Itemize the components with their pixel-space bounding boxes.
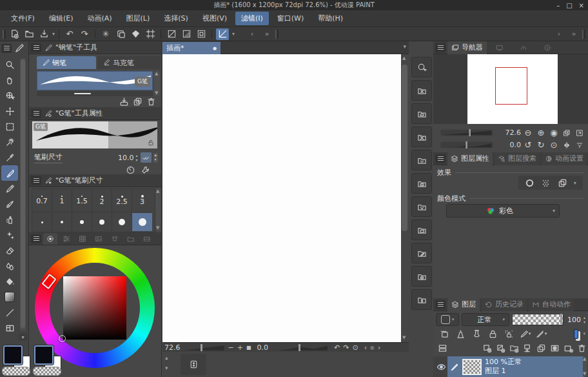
quick-access-tab[interactable]: [513, 42, 534, 54]
duplicate-subtool-icon[interactable]: [133, 97, 142, 107]
size-preset-1.5[interactable]: 1.5: [72, 189, 92, 212]
size-preset-2.5[interactable]: 2.5: [112, 189, 132, 212]
size-dot-1.5[interactable]: [72, 213, 92, 231]
brush-size-spinner[interactable]: ▴▾: [135, 154, 137, 162]
color-panel-menu[interactable]: [31, 234, 41, 243]
flip-vertical-button[interactable]: ›: [378, 343, 380, 352]
lock-layer-button[interactable]: [487, 329, 498, 339]
layer-property-menu[interactable]: [435, 154, 446, 163]
open-file-button[interactable]: [23, 28, 35, 40]
flip-reset-button[interactable]: ●: [370, 345, 375, 351]
flip-horizontal-button[interactable]: ‹: [364, 343, 367, 352]
canvas-rotation-value[interactable]: 0.0: [257, 343, 269, 352]
zoom-out-button[interactable]: −: [228, 343, 234, 352]
canvas-tab-list-button[interactable]: ▾: [403, 43, 406, 50]
sv-handle[interactable]: [59, 335, 66, 342]
color-wheel-tab[interactable]: [43, 233, 57, 245]
pen-tool[interactable]: [1, 165, 18, 181]
foreground-color-swatch[interactable]: [3, 345, 23, 365]
navigator-menu[interactable]: [435, 43, 446, 52]
size-preset-2[interactable]: 2: [92, 189, 112, 212]
toolbar-grip-3[interactable]: [582, 30, 585, 39]
menu-select[interactable]: 选择(S): [158, 12, 194, 25]
size-dot-3-selected[interactable]: [132, 213, 152, 231]
size-dot-1[interactable]: [52, 213, 72, 231]
material-folder-tone-button[interactable]: [411, 196, 432, 217]
opacity-value[interactable]: 100: [567, 316, 581, 324]
layer-mask-button[interactable]: [549, 343, 560, 353]
snap-ruler-button[interactable]: [216, 28, 229, 40]
layer-name[interactable]: 图层 1: [485, 367, 522, 376]
new-folder-button[interactable]: [509, 343, 519, 353]
material-folder-pose-button[interactable]: [411, 289, 432, 310]
lock-icon[interactable]: [147, 139, 155, 147]
layer-color-dropdown[interactable]: ▾: [574, 329, 585, 339]
navigator-view-rect[interactable]: [495, 67, 527, 105]
navigator-rotate-left[interactable]: ↺: [522, 139, 534, 151]
crop-button[interactable]: [144, 28, 157, 40]
save-dropdown[interactable]: ▾: [52, 31, 55, 37]
navigator-preview[interactable]: [433, 54, 588, 124]
selection-mode-3-button[interactable]: [195, 28, 208, 40]
border-effect-button[interactable]: [525, 178, 534, 188]
transparent-color-button-2[interactable]: [33, 367, 61, 376]
layer-scroll-up[interactable]: ▲: [583, 357, 586, 362]
menu-help[interactable]: 帮助(H): [312, 12, 349, 25]
new-file-button[interactable]: [8, 28, 21, 40]
rotate-right-button[interactable]: ↷: [343, 343, 349, 352]
brush-size-unit-button[interactable]: ●▾: [153, 153, 159, 163]
eraser-tool[interactable]: [1, 243, 18, 258]
register-subtool-icon[interactable]: [119, 97, 129, 107]
toolbar-more-button[interactable]: »: [260, 28, 273, 40]
navigator-flip-reset[interactable]: [574, 139, 585, 151]
material-folder-frame-button[interactable]: [411, 173, 432, 194]
size-preset-0.7[interactable]: 0.7: [32, 189, 52, 212]
navigator-rotation-value[interactable]: 0.0: [510, 141, 522, 149]
layers-tab[interactable]: 图层: [447, 298, 480, 311]
frame-border-tool[interactable]: [1, 320, 18, 336]
apply-mask-button[interactable]: [563, 343, 573, 353]
minimize-button[interactable]: –: [556, 2, 560, 9]
new-raster-layer-button[interactable]: [482, 343, 492, 353]
saturation-value-square[interactable]: [63, 276, 126, 340]
save-button[interactable]: [37, 28, 50, 40]
brush-size-indicator-button[interactable]: [141, 152, 152, 163]
menu-view[interactable]: 视图(V): [197, 12, 233, 25]
canvas-zoom-value[interactable]: 72.6: [164, 343, 181, 352]
material-folder-x1-button[interactable]: [411, 80, 432, 101]
new-vector-layer-button[interactable]: [495, 343, 505, 353]
zoom-fit-button[interactable]: ■: [246, 345, 251, 351]
selection-mode-1-button[interactable]: [165, 28, 178, 40]
tab-pen[interactable]: 钢笔: [37, 56, 96, 69]
canvas-zoom-slider[interactable]: [184, 344, 225, 351]
opacity-spinner[interactable]: ▴▾: [583, 316, 585, 324]
delete-layer-button[interactable]: [576, 343, 587, 353]
move-tool[interactable]: [1, 103, 18, 119]
toolbar-grip[interactable]: [3, 30, 6, 39]
tool-strip-menu[interactable]: [1, 44, 12, 53]
navigator-fit-screen[interactable]: [561, 127, 573, 139]
layer-visibility-toggle[interactable]: [435, 360, 447, 373]
size-preset-3[interactable]: 3: [132, 189, 152, 212]
tray-panel-button[interactable]: [181, 354, 206, 375]
airbrush-tool[interactable]: [1, 212, 18, 227]
gradient-tool[interactable]: [1, 289, 18, 305]
color-mixer-tab[interactable]: [140, 233, 154, 245]
canvas-document[interactable]: [162, 54, 401, 342]
navigator-zoom-slider[interactable]: [436, 129, 498, 136]
navigator-zoom-in[interactable]: ⊕: [535, 127, 547, 139]
selection-mode-2-button[interactable]: [180, 28, 193, 40]
navigator-actual-size[interactable]: [574, 127, 585, 139]
hand-tool[interactable]: [1, 72, 18, 88]
merge-down-button[interactable]: [536, 343, 546, 353]
subview-tab[interactable]: [489, 42, 511, 54]
zoom-in-button[interactable]: +: [237, 343, 243, 352]
navigator-zoom-value[interactable]: 72.6: [505, 128, 522, 137]
menu-animation[interactable]: 动画(A): [81, 12, 117, 25]
material-search-button[interactable]: [411, 57, 432, 77]
clip-to-layer-button[interactable]: [438, 329, 450, 339]
stroke-speed-icon[interactable]: [126, 165, 135, 175]
navigator-zoom-out[interactable]: ⊖: [522, 127, 534, 139]
subtool-scroll-up[interactable]: ▲: [155, 72, 158, 76]
maximize-button[interactable]: □: [566, 2, 572, 9]
